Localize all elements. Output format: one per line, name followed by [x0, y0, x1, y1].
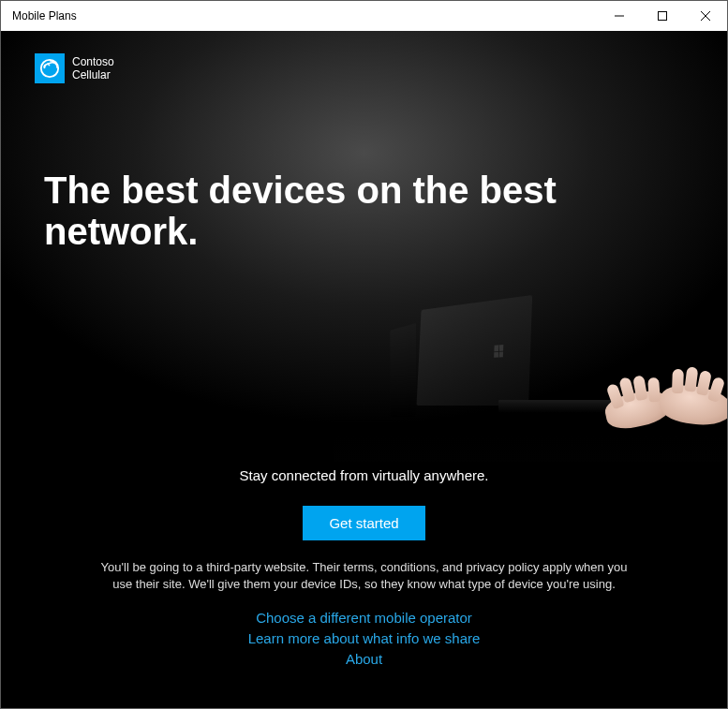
hero-image	[1, 284, 727, 462]
microsoft-logo-icon	[494, 345, 503, 358]
titlebar: Mobile Plans	[1, 1, 727, 31]
close-icon	[701, 11, 710, 21]
about-link[interactable]: About	[346, 651, 382, 667]
brand-logo-icon	[35, 53, 65, 83]
maximize-icon	[658, 11, 667, 21]
footer-links: Choose a different mobile operator Learn…	[48, 610, 680, 667]
svg-point-4	[41, 60, 58, 77]
svg-rect-1	[659, 12, 667, 21]
close-button[interactable]	[684, 1, 727, 31]
learn-more-link[interactable]: Learn more about what info we share	[248, 630, 481, 646]
maximize-button[interactable]	[641, 1, 684, 31]
window-controls	[598, 1, 727, 31]
device-illustration	[334, 293, 727, 462]
content-area: Contoso Cellular The best devices on the…	[1, 31, 727, 708]
get-started-button[interactable]: Get started	[303, 506, 424, 540]
hero: The best devices on the best network.	[44, 170, 684, 252]
brand-name: Contoso Cellular	[72, 55, 114, 82]
app-window: Mobile Plans Contoso Cellular T	[0, 0, 728, 709]
choose-operator-link[interactable]: Choose a different mobile operator	[256, 610, 472, 626]
minimize-icon	[615, 11, 624, 21]
disclaimer-text: You'll be going to a third-party website…	[93, 559, 636, 593]
lower-section: Stay connected from virtually anywhere. …	[1, 467, 727, 708]
swirl-icon	[39, 58, 60, 79]
tagline: Stay connected from virtually anywhere.	[48, 467, 680, 483]
brand: Contoso Cellular	[35, 53, 114, 83]
hands-illustration	[605, 379, 727, 436]
minimize-button[interactable]	[598, 1, 641, 31]
hero-headline: The best devices on the best network.	[44, 170, 684, 252]
window-title: Mobile Plans	[12, 9, 77, 22]
